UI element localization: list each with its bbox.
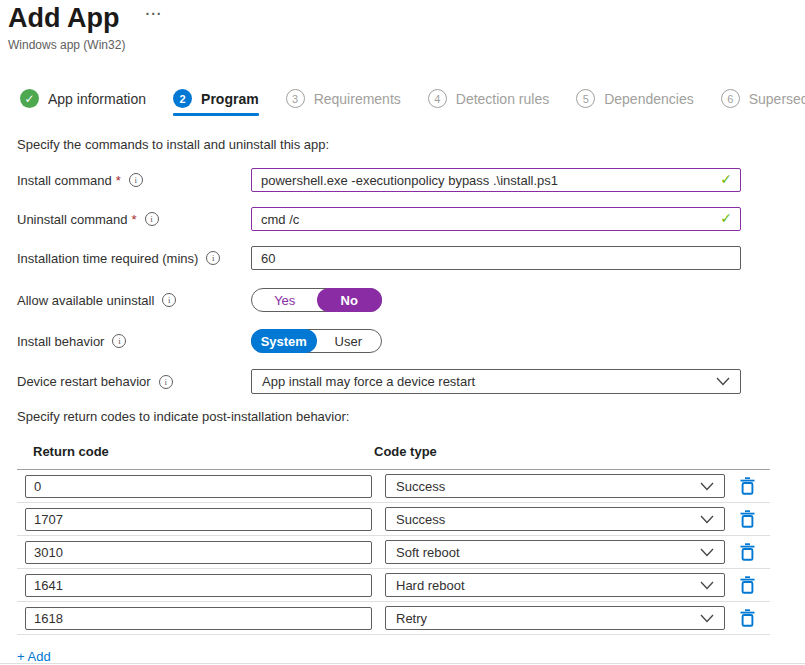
install-time-label: Installation time required (mins) i — [0, 251, 251, 266]
delete-row-button[interactable] — [738, 608, 756, 628]
trash-icon — [740, 543, 755, 561]
tab-program[interactable]: 2 Program — [173, 89, 259, 116]
step-number-icon: 5 — [576, 89, 595, 108]
code-type-dropdown[interactable]: Success — [385, 474, 725, 498]
step-label: Supersedence — [749, 91, 805, 107]
info-icon[interactable]: i — [129, 173, 143, 187]
chevron-down-icon — [700, 482, 714, 491]
uninstall-command-row: Uninstall command * i ✓ — [0, 207, 805, 231]
trash-icon — [740, 477, 755, 495]
table-row: Success — [17, 503, 770, 536]
code-type-value: Hard reboot — [396, 578, 465, 593]
return-code-input[interactable] — [25, 607, 372, 630]
toggle-option-yes[interactable]: Yes — [252, 289, 318, 311]
return-codes-table: Return code Code type Success Success — [17, 438, 770, 635]
code-type-dropdown[interactable]: Hard reboot — [385, 573, 725, 597]
install-behavior-toggle: System User — [251, 329, 382, 353]
context-menu-button[interactable]: ··· — [145, 6, 162, 22]
table-row: Success — [17, 470, 770, 503]
step-label: Dependencies — [604, 91, 694, 107]
chevron-down-icon — [700, 548, 714, 557]
install-command-row: Install command * i ✓ — [0, 168, 805, 192]
code-type-value: Soft reboot — [396, 545, 460, 560]
install-command-label: Install command * i — [0, 173, 251, 188]
tab-app-information[interactable]: ✓ App information — [20, 89, 146, 116]
install-behavior-label: Install behavior i — [0, 334, 251, 349]
commands-intro-text: Specify the commands to install and unin… — [17, 137, 805, 152]
wizard-steps: ✓ App information 2 Program 3 Requiremen… — [20, 89, 805, 116]
step-number-icon: 2 — [173, 89, 192, 108]
return-codes-header: Return code Code type — [17, 438, 770, 470]
uninstall-command-label: Uninstall command * i — [0, 212, 251, 227]
return-code-input[interactable] — [25, 508, 372, 531]
install-behavior-row: Install behavior i System User — [0, 329, 805, 353]
page-title: Add App — [8, 2, 119, 34]
trash-icon — [740, 576, 755, 594]
table-row: Retry — [17, 602, 770, 635]
tab-detection-rules[interactable]: 4 Detection rules — [428, 89, 549, 116]
code-type-dropdown[interactable]: Soft reboot — [385, 540, 725, 564]
chevron-down-icon — [700, 515, 714, 524]
install-time-row: Installation time required (mins) i — [0, 246, 805, 270]
code-type-value: Success — [396, 479, 445, 494]
toggle-option-no[interactable]: No — [317, 288, 383, 312]
valid-check-icon: ✓ — [720, 171, 732, 187]
code-type-value: Success — [396, 512, 445, 527]
section-divider — [0, 663, 805, 664]
tab-supersedence[interactable]: 6 Supersedence — [721, 89, 805, 116]
restart-behavior-label: Device restart behavior i — [0, 374, 251, 389]
step-number-icon: 3 — [286, 89, 305, 108]
table-row: Soft reboot — [17, 536, 770, 569]
step-number-icon: 4 — [428, 89, 447, 108]
info-icon[interactable]: i — [159, 375, 173, 389]
required-asterisk: * — [132, 212, 137, 227]
required-asterisk: * — [116, 173, 121, 188]
allow-uninstall-toggle: Yes No — [251, 288, 382, 312]
chevron-down-icon — [716, 377, 730, 386]
step-number-icon: 6 — [721, 89, 740, 108]
step-label: App information — [48, 91, 146, 107]
table-row: Hard reboot — [17, 569, 770, 602]
return-code-input[interactable] — [25, 475, 372, 498]
return-code-input[interactable] — [25, 541, 372, 564]
trash-icon — [740, 510, 755, 528]
delete-row-button[interactable] — [738, 476, 756, 496]
add-return-code-link[interactable]: + Add — [17, 649, 51, 664]
code-type-dropdown[interactable]: Success — [385, 507, 725, 531]
delete-row-button[interactable] — [738, 509, 756, 529]
return-codes-intro-text: Specify return codes to indicate post-in… — [17, 409, 805, 424]
info-icon[interactable]: i — [112, 334, 126, 348]
step-label: Requirements — [314, 91, 401, 107]
info-icon[interactable]: i — [145, 212, 159, 226]
column-header-return-code: Return code — [17, 444, 374, 459]
allow-uninstall-row: Allow available uninstall i Yes No — [0, 288, 805, 312]
step-label: Detection rules — [456, 91, 549, 107]
uninstall-command-input[interactable] — [251, 207, 741, 231]
valid-check-icon: ✓ — [720, 210, 732, 226]
delete-row-button[interactable] — [738, 542, 756, 562]
info-icon[interactable]: i — [206, 251, 220, 265]
code-type-dropdown[interactable]: Retry — [385, 606, 725, 630]
allow-uninstall-label: Allow available uninstall i — [0, 293, 251, 308]
toggle-option-user[interactable]: User — [316, 330, 382, 352]
page-subtitle: Windows app (Win32) — [8, 38, 805, 52]
info-icon[interactable]: i — [162, 293, 176, 307]
return-code-input[interactable] — [25, 574, 372, 597]
restart-behavior-dropdown[interactable]: App install may force a device restart — [251, 369, 741, 394]
tab-dependencies[interactable]: 5 Dependencies — [576, 89, 694, 116]
restart-behavior-value: App install may force a device restart — [262, 374, 475, 389]
toggle-option-system[interactable]: System — [251, 329, 317, 353]
install-time-input[interactable] — [251, 246, 741, 270]
step-label: Program — [201, 91, 259, 107]
check-circle-icon: ✓ — [20, 89, 39, 108]
chevron-down-icon — [700, 581, 714, 590]
chevron-down-icon — [700, 614, 714, 623]
page-header: Add App ··· Windows app (Win32) — [0, 0, 805, 52]
install-command-input[interactable] — [251, 168, 741, 192]
restart-behavior-row: Device restart behavior i App install ma… — [0, 369, 805, 394]
tab-requirements[interactable]: 3 Requirements — [286, 89, 401, 116]
trash-icon — [740, 609, 755, 627]
column-header-code-type: Code type — [374, 444, 437, 459]
delete-row-button[interactable] — [738, 575, 756, 595]
code-type-value: Retry — [396, 611, 427, 626]
